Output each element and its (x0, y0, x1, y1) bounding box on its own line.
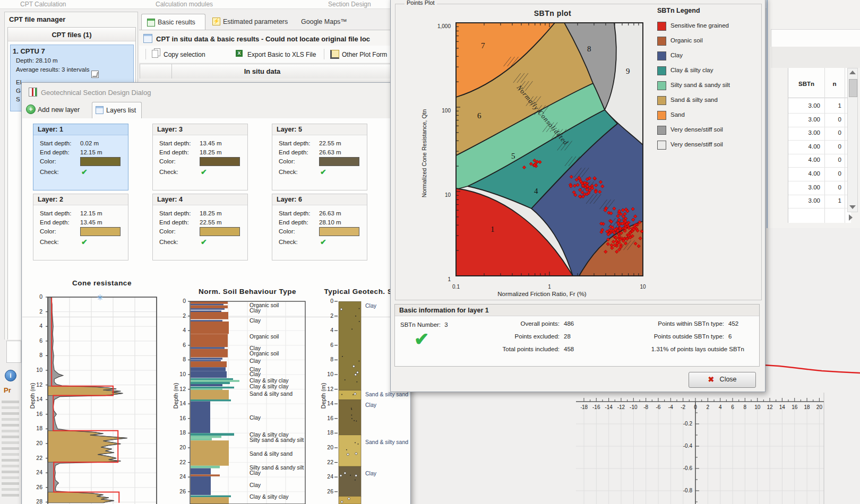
field-label: End depth: (279, 149, 308, 155)
x-tick-label: 12 (763, 404, 776, 410)
tab-basic-results[interactable]: Basic results (141, 14, 205, 30)
table-row[interactable]: 4.000 (788, 141, 848, 154)
basic-info-label: Points outside SBTn type: (602, 333, 724, 340)
application-window: CPT Calculation Calculation modules Sect… (0, 0, 860, 504)
scroll-down-button[interactable] (849, 205, 856, 209)
layer-check-icon: ✔ (320, 239, 326, 245)
layer-check-icon: ✔ (201, 169, 207, 175)
list-row (2, 482, 19, 485)
table-row[interactable]: 4.000 (788, 168, 848, 181)
other-plot-label: Other Plot Form (342, 51, 387, 58)
layer-color-swatch[interactable] (200, 227, 240, 236)
x-tick-label: -16 (590, 404, 603, 410)
scroll-up-button[interactable] (849, 71, 856, 74)
field-label: End depth: (159, 149, 189, 155)
start-depth-value: 0.02 m (80, 140, 99, 146)
section-dialog-title: Geotechnical Section Design Dialog (41, 89, 151, 97)
legend-swatch (657, 81, 666, 90)
results-header-row: CPT in situ data & basic results - Could… (139, 30, 390, 46)
y-tick-label: -0.6 (675, 465, 692, 471)
x-tick-label: -18 (581, 404, 590, 410)
list-row (2, 488, 19, 491)
basic-info-value: 6 (728, 333, 732, 340)
layers-list-tab[interactable]: Layers list (92, 102, 142, 119)
table-vscrollbar[interactable] (847, 68, 858, 212)
y-tick-label: -0.4 (675, 443, 692, 449)
section-dialog-icon (29, 88, 37, 97)
menu-calculation-modules[interactable]: Calculation modules (156, 1, 213, 8)
x-axis-labels: -18-16-14-12-10-8-6-4-202468101214161820 (581, 404, 828, 413)
table-row[interactable]: 3.001 (788, 195, 848, 208)
add-layer-button[interactable]: + Add new layer (26, 103, 90, 117)
legend-item: Organic soil (657, 36, 761, 47)
start-depth-value: 26.63 m (319, 210, 341, 216)
table-row[interactable]: 3.000 (788, 127, 848, 141)
layer-color-swatch[interactable] (319, 227, 359, 236)
layer-check-icon: ✔ (81, 169, 88, 175)
scroll-right-button[interactable] (849, 214, 853, 221)
cell-n: 0 (822, 116, 841, 123)
cell-sbtn: 3.00 (788, 102, 820, 109)
cpt-file-item-checkbox[interactable] (91, 71, 99, 78)
legend-label: Organic soil (670, 37, 703, 44)
layer-card[interactable]: Layer: 6Start depth:26.63 mEnd depth:28.… (272, 194, 367, 260)
dialog-titlebar[interactable]: Geotechnical Section Design Dialog (22, 83, 410, 101)
table-row[interactable]: 4.000 (788, 154, 848, 168)
menu-cpt-calculation[interactable]: CPT Calculation (20, 1, 66, 8)
legend-item: Clay (657, 50, 761, 62)
layer-color-swatch[interactable] (80, 157, 121, 166)
layer-card[interactable]: Layer: 4Start depth:18.25 mEnd depth:22.… (152, 194, 248, 260)
layer-color-swatch[interactable] (319, 157, 359, 166)
x-tick-10: 10 (635, 284, 651, 290)
legend-item: Very dense/stiff soil (657, 125, 761, 136)
field-label: Start depth: (279, 140, 310, 146)
tab-estimated-parameters[interactable]: ⚡ Estimated parameters (210, 16, 294, 30)
layer-card[interactable]: Layer: 2Start depth:12.15 mEnd depth:13.… (33, 194, 128, 260)
layer-card[interactable]: Layer: 3Start depth:13.45 mEnd depth:18.… (152, 124, 248, 190)
field-label: End depth: (159, 219, 189, 225)
scroll-thumb[interactable] (849, 79, 857, 97)
legend-item: Very dense/stiff soil (657, 140, 761, 151)
field-label: Start depth: (279, 210, 310, 216)
list-row (2, 412, 19, 415)
info-icon[interactable]: i (5, 370, 16, 381)
layer-card-title: Layer: 3 (153, 124, 247, 135)
cell-sbtn: 3.00 (788, 129, 820, 136)
copy-selection-button[interactable]: Copy selection (151, 48, 220, 60)
table-row[interactable]: 3.000 (788, 114, 848, 127)
field-label: Start depth: (40, 210, 71, 216)
layer-color-swatch[interactable] (200, 157, 240, 166)
layer-color-swatch[interactable] (80, 227, 121, 236)
other-plot-button[interactable]: Other Plot Form (329, 48, 390, 60)
sbtn-zone-number: 6 (477, 111, 481, 120)
legend-swatch (657, 22, 666, 31)
checkbox-mark-icon (92, 72, 98, 77)
table-row[interactable]: 3.001 (788, 100, 848, 114)
cell-sbtn: 3.00 (788, 184, 820, 190)
charts-separator (22, 317, 410, 317)
mini-box (6, 341, 21, 363)
close-button[interactable]: ✖ Close (689, 372, 756, 388)
export-xls-button[interactable]: X Export Basic to XLS File (235, 48, 325, 60)
legend-label: Sand (670, 111, 685, 118)
sbtn-zone-number: 5 (511, 152, 515, 160)
y-tick-10: 10 (429, 192, 451, 198)
cell-n: 1 (822, 197, 841, 204)
cpt-file-item-depth: Depth: 28.10 m (16, 57, 58, 64)
cpt-file-item-line-g: G (16, 88, 21, 94)
right-panel: SBTnn3.0013.0003.0004.0004.0004.0003.000… (767, 0, 860, 228)
lightning-icon: ⚡ (212, 18, 220, 25)
cell-n: 0 (822, 143, 841, 150)
row-header-cell (140, 64, 172, 79)
x-tick-label: -14 (603, 404, 615, 410)
menu-section-design[interactable]: Section Design (328, 1, 371, 8)
grid-icon (143, 34, 152, 43)
list-row (2, 453, 19, 456)
legend-label: Clay & silty clay (670, 67, 713, 73)
table-row[interactable]: 3.000 (788, 181, 848, 195)
x-tick-label: -4 (664, 404, 677, 410)
layer-card[interactable]: Layer: 1Start depth:0.02 mEnd depth:12.1… (33, 124, 128, 190)
end-depth-value: 28.10 m (319, 219, 341, 225)
tab-google-maps[interactable]: Google Maps™ (298, 16, 362, 30)
layer-card[interactable]: Layer: 5Start depth:22.55 mEnd depth:26.… (272, 124, 367, 190)
